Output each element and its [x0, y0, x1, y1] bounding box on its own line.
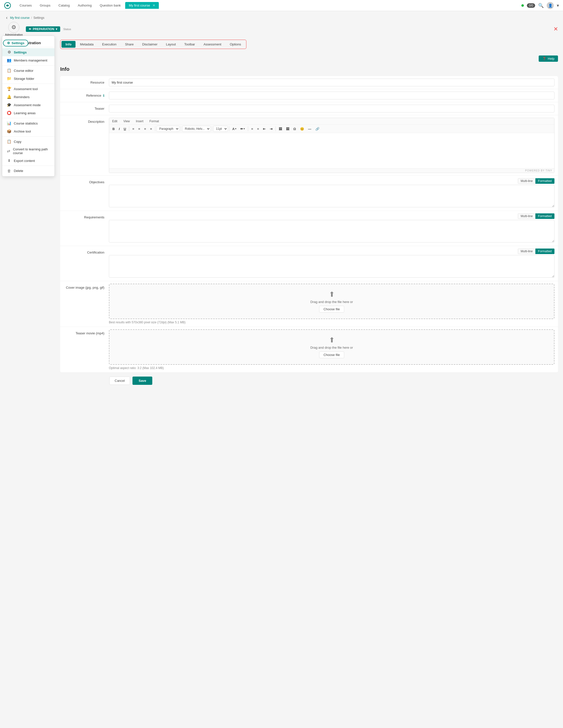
editor-menu-insert[interactable]: Insert: [133, 118, 146, 125]
font-select[interactable]: Roboto, Helv...: [182, 126, 211, 132]
paragraph-select[interactable]: Paragraph: [157, 126, 179, 132]
insert-symbol-button[interactable]: Ω: [291, 126, 297, 132]
description-row: Description Edit View Insert Format B I …: [60, 115, 558, 176]
requirements-textarea[interactable]: [109, 220, 554, 242]
settings-menu-item[interactable]: ⚙ Settings: [3, 40, 28, 46]
list-ol-button[interactable]: ≡: [256, 126, 261, 132]
chevron-down-icon[interactable]: ▾: [557, 3, 559, 8]
insert-image-button[interactable]: 🖼: [284, 126, 291, 132]
breadcrumb-course[interactable]: My first course: [10, 16, 30, 20]
requirements-mode-btns: Multi-line Formatted: [109, 213, 554, 219]
teaser-input[interactable]: [109, 105, 554, 112]
tab-toolbar[interactable]: Toolbar: [180, 41, 199, 48]
main-content: Info Metadata Execution Share Disclaimer…: [0, 37, 563, 391]
certification-textarea[interactable]: [109, 255, 554, 278]
save-button[interactable]: Save: [133, 377, 152, 385]
cover-image-upload-box[interactable]: ⬆ Drag and drop the file here or Choose …: [109, 284, 554, 319]
tab-layout[interactable]: Layout: [162, 41, 180, 48]
page-title: Info: [60, 66, 558, 72]
reference-info-icon[interactable]: ℹ: [103, 94, 104, 97]
editor-menu-view[interactable]: View: [120, 118, 133, 125]
emoji-button[interactable]: 😊: [298, 126, 306, 132]
nav-my-first-course[interactable]: My first course ✕: [125, 2, 159, 9]
editor-menu-format[interactable]: Format: [147, 118, 162, 125]
size-select[interactable]: 11pt: [213, 126, 228, 132]
editor-menu-edit[interactable]: Edit: [109, 118, 120, 125]
align-left-button[interactable]: ≡: [131, 126, 136, 132]
teaser-movie-choose-btn[interactable]: Choose file: [319, 351, 344, 358]
outdent-button[interactable]: ⇤: [261, 126, 268, 132]
nav-authoring[interactable]: Authoring: [74, 2, 95, 9]
sidebar-reminders[interactable]: 🔔 Reminders: [2, 93, 54, 101]
italic-button[interactable]: I: [117, 126, 122, 132]
help-button[interactable]: ❓ Help: [539, 55, 558, 62]
upload-icon: ⬆: [112, 290, 551, 298]
objectives-multiline-btn[interactable]: Multi-line: [518, 178, 535, 184]
hr-button[interactable]: —: [306, 126, 313, 132]
certification-multiline-btn[interactable]: Multi-line: [518, 249, 535, 254]
search-icon[interactable]: 🔍: [538, 3, 544, 8]
tab-assessment[interactable]: Assessment: [200, 41, 225, 48]
teaser-movie-upload-box[interactable]: ⬆ Drag and drop the file here or Choose …: [109, 329, 554, 365]
info-form: Resource Reference ℹ Teaser: [60, 76, 558, 373]
list-ul-button[interactable]: ≡: [250, 126, 255, 132]
breadcrumb-page: Settings: [33, 16, 44, 20]
tab-options[interactable]: Options: [226, 41, 245, 48]
underline-button[interactable]: U: [122, 126, 128, 132]
teaser-movie-hint: Optimal aspect ratio: 3:2 (Max 102.4 MB): [109, 366, 554, 370]
sidebar-storage-folder[interactable]: 📁 Storage folder: [2, 75, 54, 83]
tab-execution[interactable]: Execution: [98, 41, 120, 48]
sidebar-archive-tool[interactable]: 📦 Archive tool: [2, 127, 54, 135]
certification-formatted-btn[interactable]: Formatted: [535, 249, 554, 254]
insert-media-button[interactable]: 🖼: [277, 126, 284, 132]
close-button[interactable]: ✕: [553, 26, 558, 32]
font-color-button[interactable]: A ▾: [231, 126, 238, 132]
sidebar-assessment-tool[interactable]: 🏆 Assessment tool: [2, 85, 54, 93]
cover-image-hint: Best results with 570x380 pixel size (72…: [109, 321, 554, 324]
highlight-button[interactable]: ✏ ▾: [239, 126, 247, 132]
close-tab-icon[interactable]: ✕: [153, 4, 155, 7]
sidebar-members-management[interactable]: 👥 Members management: [2, 56, 54, 64]
nav-catalog[interactable]: Catalog: [55, 2, 73, 9]
cover-image-choose-btn[interactable]: Choose file: [319, 306, 344, 313]
tab-info[interactable]: Info: [62, 41, 76, 48]
sidebar-convert[interactable]: ⇄ Convert to learning path course: [2, 146, 54, 157]
tab-metadata[interactable]: Metadata: [76, 41, 98, 48]
sidebar-copy[interactable]: 📋 Copy: [2, 138, 54, 146]
requirements-multiline-btn[interactable]: Multi-line: [518, 213, 535, 219]
sidebar-delete[interactable]: 🗑 Delete: [2, 167, 54, 175]
objectives-textarea[interactable]: [109, 185, 554, 207]
reference-input[interactable]: [109, 92, 554, 99]
indent-button[interactable]: ⇥: [268, 126, 274, 132]
nav-question-bank[interactable]: Question bank: [96, 2, 125, 9]
requirements-formatted-btn[interactable]: Formatted: [535, 213, 554, 219]
sidebar-assessment-mode[interactable]: 🎓 Assessment mode: [2, 101, 54, 109]
tab-disclaimer[interactable]: Disclaimer: [138, 41, 162, 48]
bold-button[interactable]: B: [111, 126, 116, 132]
align-right-button[interactable]: ≡: [143, 126, 148, 132]
link-button[interactable]: 🔗: [313, 126, 321, 132]
status-label: PREPARATION: [33, 27, 54, 31]
sidebar-settings[interactable]: ⚙ Settings: [2, 48, 54, 56]
align-center-button[interactable]: ≡: [137, 126, 142, 132]
upload-icon-2: ⬆: [112, 336, 551, 344]
toolbar-separator-6: [248, 126, 248, 131]
description-editor: Edit View Insert Format B I U ≡ ≡: [109, 118, 554, 173]
app-logo[interactable]: [4, 2, 11, 9]
user-avatar[interactable]: 👤: [547, 2, 554, 9]
description-editor-body[interactable]: [109, 133, 554, 168]
resource-input[interactable]: [109, 79, 554, 86]
sidebar-learning-areas[interactable]: ⭕ Learning areas: [2, 109, 54, 117]
tab-share[interactable]: Share: [121, 41, 138, 48]
objectives-formatted-btn[interactable]: Formatted: [535, 178, 554, 184]
nav-groups[interactable]: Groups: [36, 2, 54, 9]
administration-button[interactable]: ⚙ Administration: [5, 22, 23, 36]
cancel-button[interactable]: Cancel: [109, 377, 130, 385]
sidebar-course-statistics[interactable]: 📊 Course statistics: [2, 119, 54, 127]
sidebar-course-editor[interactable]: 📋 Course editor: [2, 67, 54, 75]
status-badge[interactable]: ✏ PREPARATION ▾: [26, 26, 61, 32]
back-button[interactable]: ‹: [5, 15, 9, 20]
align-justify-button[interactable]: ≡: [148, 126, 154, 132]
sidebar-export[interactable]: ⬇ Export content: [2, 157, 54, 165]
nav-courses[interactable]: Courses: [16, 2, 35, 9]
